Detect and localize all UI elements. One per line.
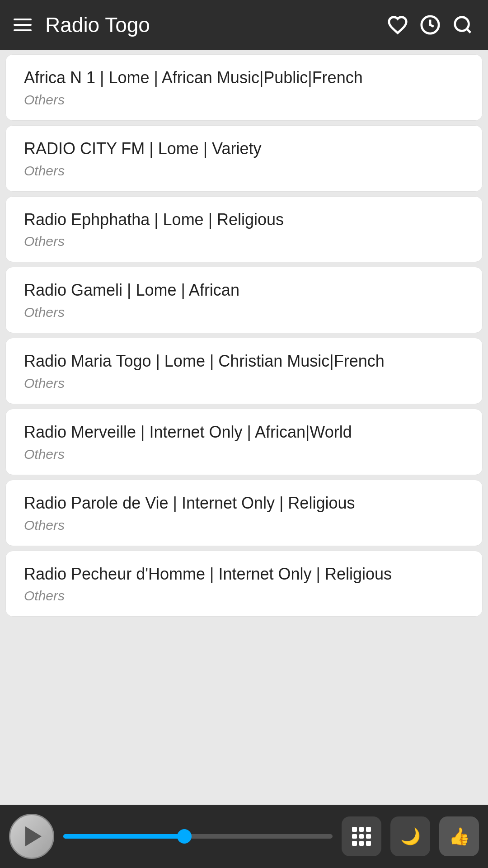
list-item-title: Radio Merveille | Internet Only | Africa… [24,422,464,443]
search-icon [452,14,473,35]
list-item-subtitle: Others [24,588,464,604]
list-item[interactable]: Radio Ephphatha | Lome | Religious Other… [5,196,483,263]
grid-view-button[interactable] [342,816,381,856]
header-icons [386,13,474,37]
history-button[interactable] [418,13,442,37]
app-header: Radio Togo [0,0,488,50]
list-item-subtitle: Others [24,376,464,391]
clock-icon [420,14,441,35]
app-title: Radio Togo [45,13,386,37]
list-item-title: RADIO CITY FM | Lome | Variety [24,138,464,160]
svg-line-2 [467,29,470,33]
list-item-title: Radio Gameli | Lome | African [24,280,464,301]
grid-icon [352,827,371,846]
player-bar: 🌙 👍 [0,805,488,868]
list-item-subtitle: Others [24,518,464,533]
favorites-button[interactable] [386,13,409,37]
progress-bar[interactable] [63,834,333,839]
like-button[interactable]: 👍 [439,816,479,856]
list-item-title: Africa N 1 | Lome | African Music|Public… [24,67,464,89]
list-item-title: Radio Maria Togo | Lome | Christian Musi… [24,351,464,372]
list-item-subtitle: Others [24,163,464,179]
menu-button[interactable] [14,19,32,31]
radio-list: Africa N 1 | Lome | African Music|Public… [0,50,488,805]
list-item[interactable]: Radio Parole de Vie | Internet Only | Re… [5,480,483,546]
svg-point-1 [455,17,469,31]
list-item-subtitle: Others [24,234,464,249]
progress-fill [63,834,184,839]
list-item-subtitle: Others [24,92,464,108]
heart-icon [387,14,408,35]
list-item-title: Radio Parole de Vie | Internet Only | Re… [24,493,464,514]
thumbs-up-icon: 👍 [449,826,470,846]
list-item[interactable]: Radio Maria Togo | Lome | Christian Musi… [5,338,483,404]
list-item[interactable]: Radio Merveille | Internet Only | Africa… [5,409,483,475]
search-button[interactable] [451,13,474,37]
list-item[interactable]: Africa N 1 | Lome | African Music|Public… [5,54,483,121]
list-item-subtitle: Others [24,447,464,462]
list-item-subtitle: Others [24,305,464,320]
progress-knob[interactable] [177,829,192,844]
moon-icon: 🌙 [400,827,421,846]
play-icon [25,826,42,846]
list-item[interactable]: Radio Gameli | Lome | African Others [5,267,483,333]
list-item[interactable]: RADIO CITY FM | Lome | Variety Others [5,125,483,192]
list-item-title: Radio Pecheur d'Homme | Internet Only | … [24,564,464,585]
list-item-title: Radio Ephphatha | Lome | Religious [24,209,464,231]
night-mode-button[interactable]: 🌙 [390,816,430,856]
list-item[interactable]: Radio Pecheur d'Homme | Internet Only | … [5,551,483,617]
play-button[interactable] [9,814,54,859]
